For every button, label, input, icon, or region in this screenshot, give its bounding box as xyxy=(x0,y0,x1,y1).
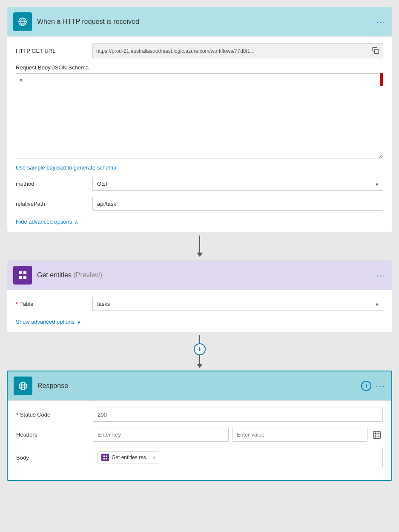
body-tag-close[interactable]: × xyxy=(153,455,155,460)
hide-advanced-chevron-icon xyxy=(75,219,78,225)
get-entities-title-text: Get entities xyxy=(37,271,72,279)
headers-label: Headers xyxy=(16,431,93,438)
headers-row: Headers xyxy=(16,428,383,442)
table-row: * Table tasks ∨ xyxy=(16,297,383,311)
relative-path-row: relativePath xyxy=(16,197,383,211)
schema-wrapper: s xyxy=(16,73,383,160)
table-required-star: * xyxy=(16,301,18,307)
body-field-wrapper[interactable]: Get entities res... × xyxy=(93,448,383,467)
connector-plus: + xyxy=(7,332,392,371)
response-body: * Status Code Headers xyxy=(8,401,391,480)
url-input-wrapper: https://prod-21.australiasoutheast.logic… xyxy=(92,43,383,58)
body-label: Body xyxy=(16,454,93,461)
status-code-input[interactable] xyxy=(93,408,383,422)
svg-rect-23 xyxy=(106,458,107,460)
method-select-wrapper: GET POST PUT DELETE PATCH ∨ xyxy=(92,177,383,191)
method-select[interactable]: GET POST PUT DELETE PATCH xyxy=(92,177,383,191)
url-row: HTTP GET URL https://prod-21.australiaso… xyxy=(16,43,383,58)
get-entities-card-header: Get entities (Preview) ··· xyxy=(7,261,392,290)
table-label: * Table xyxy=(16,301,92,307)
headers-key-input[interactable] xyxy=(93,428,229,442)
connector-plus-line-top xyxy=(199,335,200,343)
connector-arrow-1 xyxy=(7,232,392,260)
sample-payload-link[interactable]: Use sample payload to generate schema xyxy=(16,164,116,171)
http-request-body: HTTP GET URL https://prod-21.australiaso… xyxy=(7,37,392,232)
connector-arrow-head-2 xyxy=(197,364,203,368)
url-label: HTTP GET URL xyxy=(16,48,92,54)
get-entities-icon xyxy=(13,266,32,285)
response-card: Response i ··· * Status Code Headers xyxy=(7,371,392,481)
svg-rect-9 xyxy=(23,276,26,279)
svg-rect-8 xyxy=(19,276,22,279)
method-label: method xyxy=(16,181,92,187)
get-entities-card: Get entities (Preview) ··· * Table tasks… xyxy=(7,260,392,332)
response-icon xyxy=(14,377,32,395)
body-tag-icon xyxy=(101,454,109,461)
status-code-row: * Status Code xyxy=(16,408,383,422)
http-request-card-header: When a HTTP request is received ··· xyxy=(7,7,392,37)
table-select-wrapper: tasks ∨ xyxy=(92,297,383,311)
plus-label: + xyxy=(197,345,202,354)
connector-line-1 xyxy=(199,236,200,253)
connector-plus-line-bottom xyxy=(199,355,200,364)
svg-rect-15 xyxy=(373,431,381,438)
response-card-header: Response i ··· xyxy=(8,371,391,401)
svg-rect-5 xyxy=(375,49,379,54)
svg-rect-7 xyxy=(23,271,26,274)
add-row-icon[interactable] xyxy=(371,429,383,441)
http-request-title: When a HTTP request is received xyxy=(37,18,376,26)
method-row: method GET POST PUT DELETE PATCH ∨ xyxy=(16,177,383,191)
connector-arrow-head-1 xyxy=(197,253,203,257)
copy-icon[interactable] xyxy=(372,46,379,55)
response-menu[interactable]: ··· xyxy=(376,381,385,391)
headers-inputs xyxy=(93,428,383,442)
headers-value-input[interactable] xyxy=(232,428,368,442)
table-label-text: Table xyxy=(20,301,33,307)
get-entities-body: * Table tasks ∨ Show advanced options xyxy=(7,290,392,332)
body-tag-chip: Get entities res... × xyxy=(98,451,159,463)
svg-rect-6 xyxy=(19,271,22,274)
status-code-label: * Status Code xyxy=(16,411,93,418)
info-icon[interactable]: i xyxy=(361,381,371,391)
svg-rect-20 xyxy=(103,456,105,457)
hide-advanced-text: Hide advanced options xyxy=(16,219,72,225)
svg-rect-21 xyxy=(106,456,107,457)
http-request-card: When a HTTP request is received ··· HTTP… xyxy=(7,7,392,232)
show-advanced-text: Show advanced options xyxy=(16,319,75,325)
schema-textarea[interactable]: s xyxy=(16,73,383,158)
url-value: https://prod-21.australiasoutheast.logic… xyxy=(96,48,368,54)
schema-label: Request Body JSON Schema xyxy=(16,64,383,71)
svg-rect-22 xyxy=(103,458,105,460)
get-entities-preview: (Preview) xyxy=(73,271,102,279)
get-entities-title: Get entities (Preview) xyxy=(37,271,376,279)
show-advanced-chevron-icon xyxy=(77,319,81,325)
body-row: Body Get entities res... × xyxy=(16,448,383,467)
get-entities-menu[interactable]: ··· xyxy=(376,270,386,280)
show-advanced-link[interactable]: Show advanced options xyxy=(16,319,81,325)
http-request-menu[interactable]: ··· xyxy=(376,17,386,27)
http-request-icon xyxy=(13,12,32,31)
body-tag-text: Get entities res... xyxy=(112,454,150,460)
plus-button[interactable]: + xyxy=(194,343,206,355)
relative-path-input[interactable] xyxy=(92,197,383,211)
table-select[interactable]: tasks xyxy=(92,297,383,311)
schema-error-bar xyxy=(380,73,383,86)
response-title: Response xyxy=(37,382,361,390)
relative-path-label: relativePath xyxy=(16,201,92,207)
hide-advanced-link[interactable]: Hide advanced options xyxy=(16,219,78,225)
